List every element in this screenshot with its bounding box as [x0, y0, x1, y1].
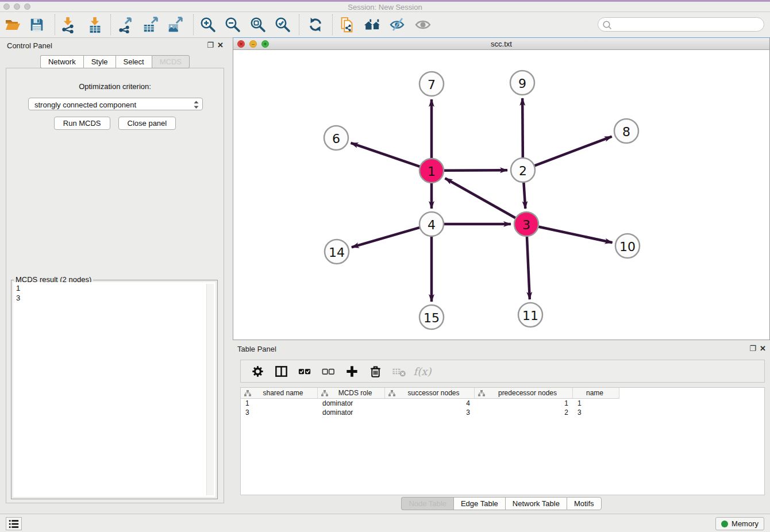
import-table-button[interactable] [83, 13, 106, 36]
network-window-titlebar[interactable]: ✕ – + scc.txt [233, 38, 769, 50]
table-settings-button[interactable] [249, 363, 265, 379]
node-14[interactable]: 14 [325, 240, 349, 264]
tab-mcds[interactable]: MCDS [152, 55, 190, 68]
tab-style[interactable]: Style [83, 55, 116, 68]
column-header[interactable]: MCDS role [318, 388, 385, 398]
create-column-button[interactable] [344, 363, 360, 379]
edge-3-1[interactable] [445, 178, 516, 218]
node-8[interactable]: 8 [614, 119, 638, 143]
mcds-result-list[interactable]: 1 3 [13, 282, 215, 497]
control-panel: Control Panel ❐ ✕ Network Style Select M… [2, 39, 228, 508]
zoom-selected-button[interactable] [271, 13, 294, 36]
search-icon [602, 20, 613, 30]
search-box[interactable] [598, 17, 764, 32]
save-session-button[interactable] [25, 13, 48, 36]
tab-select[interactable]: Select [116, 55, 152, 68]
edge-1-6[interactable] [351, 143, 421, 167]
zoom-in-button[interactable] [197, 13, 220, 36]
column-tree-icon [478, 390, 485, 396]
mcds-result-groupbox: MCDS result (2 nodes) 1 3 [11, 280, 218, 499]
svg-text:2: 2 [519, 164, 527, 178]
node-4[interactable]: 4 [419, 212, 444, 236]
refresh-icon [307, 17, 324, 33]
edge-2-8[interactable] [534, 137, 612, 166]
edge-4-14[interactable] [352, 228, 420, 248]
show-all-button[interactable] [411, 13, 434, 36]
tab-edge-table[interactable]: Edge Table [453, 497, 505, 510]
deselect-all-columns-button[interactable] [320, 363, 336, 379]
node-9[interactable]: 9 [510, 71, 534, 95]
clone-network-button[interactable] [336, 13, 359, 36]
float-panel-icon[interactable]: ❐ [207, 41, 214, 49]
node-15[interactable]: 15 [419, 305, 444, 329]
edge-3-11[interactable] [527, 236, 530, 299]
import-network-button[interactable] [56, 13, 79, 36]
run-mcds-button[interactable]: Run MCDS [54, 117, 110, 130]
edge-1-2[interactable] [444, 170, 507, 171]
search-input[interactable] [613, 18, 760, 30]
node-1[interactable]: 1 [419, 159, 444, 183]
edge-2-9[interactable] [522, 98, 523, 158]
function-builder-button[interactable]: f(x) [414, 363, 430, 379]
main-toolbar [0, 12, 770, 38]
import-table-icon [86, 16, 103, 33]
svg-text:3: 3 [522, 218, 530, 232]
refresh-button[interactable] [304, 13, 327, 36]
task-history-button[interactable] [6, 517, 22, 530]
export-table-button[interactable] [139, 13, 162, 36]
tab-network[interactable]: Network [40, 55, 83, 68]
delete-table-button[interactable] [391, 363, 407, 379]
select-all-columns-button[interactable] [297, 363, 313, 379]
node-11[interactable]: 11 [518, 303, 542, 327]
node-table[interactable]: shared nameMCDS rolesuccessor nodesprede… [240, 387, 765, 495]
open-session-button[interactable] [1, 13, 24, 36]
node-6[interactable]: 6 [324, 126, 348, 150]
tab-node-table[interactable]: Node Table [401, 497, 453, 510]
column-header[interactable]: successor nodes [385, 388, 475, 398]
zoom-in-icon [199, 16, 217, 33]
edge-3-10[interactable] [538, 226, 613, 242]
zoom-out-button[interactable] [221, 13, 244, 36]
tab-motifs[interactable]: Motifs [567, 497, 602, 510]
close-mcds-panel-button[interactable]: Close panel [118, 117, 176, 130]
node-7[interactable]: 7 [419, 72, 444, 96]
first-neighbors-button[interactable] [361, 13, 384, 36]
network-canvas[interactable]: 7968124314101511 [233, 50, 769, 340]
toolbar-separator [55, 14, 55, 35]
show-column-panel-button[interactable] [273, 363, 289, 379]
node-10[interactable]: 10 [615, 234, 640, 258]
export-image-button[interactable] [164, 13, 187, 36]
status-bar: Memory [0, 514, 770, 532]
eye-icon [414, 16, 432, 33]
column-tree-icon [388, 390, 395, 396]
edge-2-3[interactable] [523, 182, 525, 209]
mcds-result-line: 3 [16, 293, 213, 303]
table-row[interactable]: 1dominator411 [241, 399, 764, 408]
float-table-panel-icon[interactable]: ❐ [749, 344, 756, 353]
export-network-button[interactable] [114, 13, 137, 36]
column-header[interactable]: predecessor nodes [475, 388, 573, 398]
tab-network-table[interactable]: Network Table [505, 497, 567, 510]
toolbar-separator [110, 14, 111, 35]
column-header[interactable]: name [573, 388, 619, 398]
delete-column-button[interactable] [367, 363, 383, 379]
svg-text:1: 1 [428, 164, 436, 179]
criterion-select[interactable]: strongly connected component [28, 98, 203, 110]
task-list-icon [7, 518, 20, 530]
result-scrollbar[interactable] [206, 284, 214, 495]
column-header[interactable]: shared name [241, 388, 318, 398]
houses-icon [363, 16, 382, 33]
window-title: Session: New Session [0, 3, 770, 11]
network-graph[interactable]: 7968124314101511 [233, 50, 769, 340]
column-tree-icon [321, 390, 328, 396]
node-3[interactable]: 3 [514, 212, 538, 236]
svg-text:15: 15 [424, 311, 440, 325]
memory-button[interactable]: Memory [715, 517, 764, 530]
close-table-panel-icon[interactable]: ✕ [760, 344, 766, 353]
zoom-fit-button[interactable] [247, 13, 270, 36]
node-2[interactable]: 2 [511, 158, 535, 182]
close-panel-icon[interactable]: ✕ [217, 41, 224, 49]
hide-selected-button[interactable] [386, 13, 409, 36]
gear-icon [251, 364, 265, 379]
table-row[interactable]: 3dominator323 [241, 408, 764, 417]
